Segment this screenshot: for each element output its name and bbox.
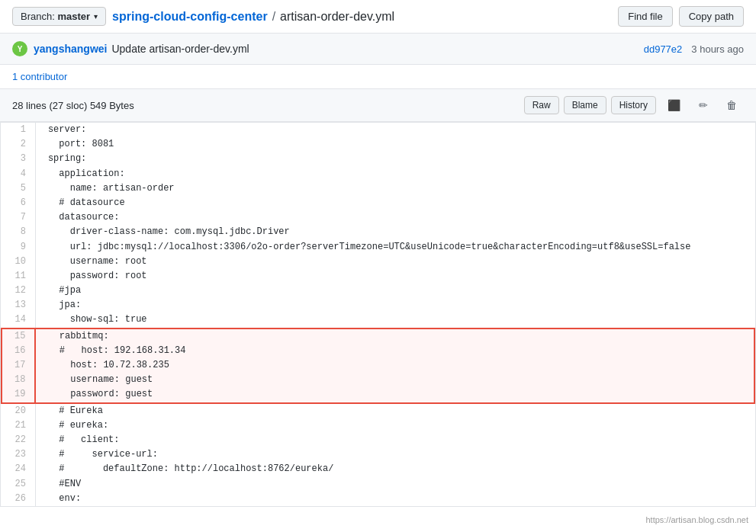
branch-name: master bbox=[57, 11, 90, 22]
delete-button[interactable]: 🗑 bbox=[719, 95, 744, 115]
table-row: 15 rabbitmq: bbox=[2, 328, 754, 344]
line-code: datasource: bbox=[35, 210, 754, 225]
table-row: 14 show-sql: true bbox=[2, 312, 754, 328]
line-code: host: 10.72.38.235 bbox=[35, 358, 754, 373]
table-row: 8 driver-class-name: com.mysql.jdbc.Driv… bbox=[2, 225, 754, 239]
commit-hash[interactable]: dd977e2 bbox=[644, 43, 683, 55]
line-code: jpa: bbox=[35, 298, 754, 312]
table-row: 6 # datasource bbox=[2, 196, 754, 210]
line-code: env: bbox=[35, 492, 754, 506]
code-container: 1server:2 port: 80813spring:4 applicatio… bbox=[0, 122, 756, 507]
line-code: username: guest bbox=[35, 373, 754, 387]
line-code: password: guest bbox=[35, 387, 754, 402]
line-code: port: 8081 bbox=[35, 137, 754, 152]
table-row: 5 name: artisan-order bbox=[2, 181, 754, 196]
line-code: #jpa bbox=[35, 284, 754, 298]
table-row: 17 host: 10.72.38.235 bbox=[2, 358, 754, 373]
line-code: # service-url: bbox=[35, 447, 754, 462]
branch-selector[interactable]: Branch: master ▾ bbox=[12, 7, 106, 26]
top-bar: Branch: master ▾ spring-cloud-config-cen… bbox=[0, 0, 756, 34]
line-number: 16 bbox=[2, 344, 35, 358]
line-number: 14 bbox=[2, 312, 35, 328]
line-number: 19 bbox=[2, 387, 35, 402]
table-row: 13 jpa: bbox=[2, 298, 754, 312]
table-row: 25 #ENV bbox=[2, 477, 754, 492]
table-row: 10 username: root bbox=[2, 255, 754, 269]
table-row: 20 # Eureka bbox=[2, 403, 754, 418]
commit-author[interactable]: yangshangwei bbox=[34, 43, 107, 55]
line-number: 24 bbox=[2, 462, 35, 476]
file-meta-bar: 28 lines (27 sloc) 549 Bytes Raw Blame H… bbox=[0, 89, 756, 122]
table-row: 23 # service-url: bbox=[2, 447, 754, 462]
desktop-icon-button[interactable]: ⬛ bbox=[661, 95, 687, 115]
line-number: 2 bbox=[2, 137, 35, 152]
line-number: 1 bbox=[2, 123, 35, 137]
table-row: 26 env: bbox=[2, 492, 754, 506]
line-number: 10 bbox=[2, 255, 35, 269]
line-number: 22 bbox=[2, 433, 35, 447]
line-number: 18 bbox=[2, 373, 35, 387]
table-row: 19 password: guest bbox=[2, 387, 754, 402]
line-number: 26 bbox=[2, 492, 35, 506]
line-number: 20 bbox=[2, 403, 35, 418]
find-file-button[interactable]: Find file bbox=[618, 6, 673, 27]
line-number: 11 bbox=[2, 269, 35, 284]
line-code: spring: bbox=[35, 152, 754, 166]
file-stats: 28 lines (27 sloc) 549 Bytes bbox=[12, 100, 524, 111]
table-row: 4 application: bbox=[2, 167, 754, 181]
history-button[interactable]: History bbox=[611, 96, 656, 114]
line-number: 25 bbox=[2, 477, 35, 492]
file-actions: Raw Blame History ⬛ ✏ 🗑 bbox=[524, 95, 744, 115]
line-code: rabbitmq: bbox=[35, 328, 754, 344]
table-row: 18 username: guest bbox=[2, 373, 754, 387]
line-code: # client: bbox=[35, 433, 754, 447]
edit-button[interactable]: ✏ bbox=[692, 95, 715, 115]
line-code: show-sql: true bbox=[35, 312, 754, 328]
contributor-link[interactable]: 1 contributor bbox=[12, 71, 67, 82]
edit-icon: ✏ bbox=[699, 99, 708, 111]
line-number: 12 bbox=[2, 284, 35, 298]
contributor-bar: 1 contributor bbox=[0, 65, 756, 89]
line-number: 3 bbox=[2, 152, 35, 166]
code-body: 1server:2 port: 80813spring:4 applicatio… bbox=[2, 123, 754, 506]
table-row: 16 # host: 192.168.31.34 bbox=[2, 344, 754, 358]
file-name: artisan-order-dev.yml bbox=[280, 10, 394, 24]
line-code: # defaultZone: http://localhost:8762/eur… bbox=[35, 462, 754, 476]
top-bar-actions: Find file Copy path bbox=[618, 6, 744, 27]
line-code: # host: 192.168.31.34 bbox=[35, 344, 754, 358]
table-row: 9 url: jdbc:mysql://localhost:3306/o2o-o… bbox=[2, 240, 754, 255]
copy-path-button[interactable]: Copy path bbox=[679, 6, 744, 27]
blame-button[interactable]: Blame bbox=[564, 96, 606, 114]
table-row: 21 # eureka: bbox=[2, 418, 754, 433]
delete-icon: 🗑 bbox=[726, 99, 737, 111]
line-number: 5 bbox=[2, 181, 35, 196]
line-code: application: bbox=[35, 167, 754, 181]
line-number: 23 bbox=[2, 447, 35, 462]
line-number: 13 bbox=[2, 298, 35, 312]
line-code: # Eureka bbox=[35, 403, 754, 418]
commit-message: Update artisan-order-dev.yml bbox=[111, 43, 643, 55]
line-number: 4 bbox=[2, 167, 35, 181]
line-code: # datasource bbox=[35, 196, 754, 210]
branch-label: Branch: bbox=[21, 11, 55, 22]
breadcrumb-separator: / bbox=[272, 10, 275, 24]
commit-bar: Y yangshangwei Update artisan-order-dev.… bbox=[0, 34, 756, 65]
line-code: name: artisan-order bbox=[35, 181, 754, 196]
breadcrumb: spring-cloud-config-center / artisan-ord… bbox=[112, 10, 618, 24]
line-code: driver-class-name: com.mysql.jdbc.Driver bbox=[35, 225, 754, 239]
table-row: 1server: bbox=[2, 123, 754, 137]
raw-button[interactable]: Raw bbox=[524, 96, 559, 114]
line-number: 9 bbox=[2, 240, 35, 255]
desktop-icon: ⬛ bbox=[668, 99, 680, 111]
line-number: 17 bbox=[2, 358, 35, 373]
line-number: 8 bbox=[2, 225, 35, 239]
line-code: url: jdbc:mysql://localhost:3306/o2o-ord… bbox=[35, 240, 754, 255]
chevron-down-icon: ▾ bbox=[94, 12, 98, 21]
table-row: 22 # client: bbox=[2, 433, 754, 447]
repo-link[interactable]: spring-cloud-config-center bbox=[112, 10, 268, 24]
code-table: 1server:2 port: 80813spring:4 applicatio… bbox=[1, 123, 755, 506]
line-code: username: root bbox=[35, 255, 754, 269]
table-row: 11 password: root bbox=[2, 269, 754, 284]
table-row: 12 #jpa bbox=[2, 284, 754, 298]
line-number: 7 bbox=[2, 210, 35, 225]
